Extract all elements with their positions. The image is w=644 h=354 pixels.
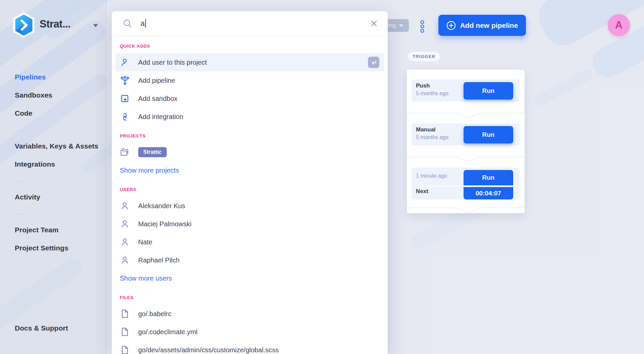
run-button[interactable]: Run — [464, 126, 513, 143]
text-caret — [145, 19, 146, 28]
pipeline-icon — [120, 76, 130, 85]
search-query-text: a — [141, 19, 145, 28]
add-new-pipeline-label: Add new pipeline — [460, 21, 518, 30]
section-header-quick-adds: QUICK ADDS — [120, 44, 388, 49]
result-user[interactable]: Aleksander Kus — [115, 197, 384, 215]
trigger-section-badge: TRIGGER — [408, 51, 440, 62]
result-add-pipeline[interactable]: Add pipeline — [115, 71, 384, 90]
person-icon — [120, 238, 130, 246]
project-name: Strat... — [40, 18, 70, 30]
person-icon — [120, 220, 130, 228]
result-add-integration[interactable]: Add integration — [115, 108, 384, 126]
trigger-last-run-time: 5 months ago — [416, 134, 448, 140]
sidebar: Strat... Pipelines Sandboxes Code Variab… — [0, 0, 107, 354]
user-name: Nate — [138, 238, 152, 246]
trigger-type: Manual — [416, 126, 436, 133]
trigger-type: Push — [416, 82, 430, 89]
user-name: Raphael Pilch — [138, 256, 179, 264]
sidebar-item-docs-support[interactable]: Docs & Support — [15, 324, 68, 332]
search-input[interactable]: a — [112, 11, 388, 36]
sidebar-item-project-team[interactable]: Project Team — [15, 226, 58, 234]
file-icon — [120, 345, 130, 354]
sidebar-item-sandboxes[interactable]: Sandboxes — [15, 91, 52, 99]
result-label: Add pipeline — [138, 77, 175, 84]
person-add-icon — [120, 58, 130, 67]
close-icon[interactable] — [370, 20, 378, 27]
sidebar-item-activity[interactable]: Activity — [15, 193, 40, 201]
run-button[interactable]: Run — [464, 170, 513, 185]
card-divider — [412, 186, 520, 186]
sidebar-item-project-settings[interactable]: Project Settings — [15, 244, 68, 252]
result-user[interactable]: Raphael Pilch — [115, 251, 384, 269]
trigger-last-run-time: 1 minute ago — [416, 173, 447, 179]
show-more-projects-link[interactable]: Show more projects — [112, 161, 388, 179]
global-search-modal: a QUICK ADDS Add user to this project — [112, 11, 388, 354]
sidebar-item-variables-keys-assets[interactable]: Variables, Keys & Assets — [15, 142, 98, 150]
section-header-users: USERS — [120, 187, 388, 192]
section-header-projects: PROJECTS — [120, 133, 388, 139]
folder-icon — [120, 148, 130, 157]
pipeline-trigger-panel: Push 5 months ago Run Manual 5 months ag… — [407, 70, 525, 213]
chevron-down-icon — [93, 24, 98, 27]
result-label: Add user to this project — [138, 59, 207, 66]
person-icon — [120, 256, 130, 264]
sidebar-item-pipelines[interactable]: Pipelines — [15, 73, 46, 81]
sidebar-item-integrations[interactable]: Integrations — [15, 160, 55, 168]
result-project-strattic[interactable]: Strattic — [115, 143, 384, 161]
plus-circle-icon — [446, 21, 456, 30]
file-icon — [120, 327, 130, 337]
run-button[interactable]: Run — [464, 82, 513, 100]
result-file[interactable]: go/.codeclimate.yml — [115, 323, 384, 341]
file-path: go/.babelrc — [138, 310, 171, 318]
enter-key-icon — [368, 57, 379, 68]
result-add-sandbox[interactable]: Add sandbox — [115, 90, 384, 108]
project-switcher[interactable]: Strat... — [12, 12, 99, 38]
project-badge[interactable]: Strattic — [138, 147, 167, 157]
flow-connector — [407, 154, 525, 162]
sandbox-icon — [120, 94, 130, 103]
search-icon — [122, 18, 132, 28]
file-path: go/.codeclimate.yml — [138, 328, 198, 336]
show-more-users-link[interactable]: Show more users — [112, 269, 388, 287]
sidebar-item-code[interactable]: Code — [15, 109, 33, 117]
more-menu-icon[interactable] — [420, 20, 425, 33]
sidebar-divider — [15, 181, 28, 182]
person-icon — [120, 201, 130, 210]
add-new-pipeline-button[interactable]: Add new pipeline — [438, 15, 526, 36]
sidebar-divider — [15, 130, 28, 131]
user-name: Aleksander Kus — [138, 202, 185, 210]
result-label: Add integration — [138, 113, 183, 121]
flow-connector — [407, 205, 525, 213]
user-avatar[interactable]: A — [608, 14, 630, 36]
file-icon — [120, 309, 130, 318]
result-add-user[interactable]: Add user to this project — [115, 53, 384, 71]
result-user[interactable]: Maciej Palmowski — [115, 215, 384, 233]
sidebar-divider — [15, 214, 28, 215]
integration-icon — [120, 112, 130, 121]
dropdown-label: ing — [388, 22, 396, 29]
trigger-next-label: Next — [416, 188, 428, 195]
result-label: Add sandbox — [138, 95, 177, 103]
section-header-files: FILES — [120, 295, 388, 300]
file-path: go/dev/assets/admin/css/customize/global… — [138, 346, 279, 354]
chevron-down-icon — [399, 24, 403, 27]
user-name: Maciej Palmowski — [138, 220, 192, 228]
result-user[interactable]: Nate — [115, 233, 384, 251]
flow-connector — [407, 110, 525, 118]
trigger-last-run-time: 5 months ago — [416, 91, 448, 97]
brand-logo-icon — [12, 12, 36, 38]
result-file[interactable]: go/.babelrc — [115, 305, 384, 323]
next-run-countdown: 00:04:07 — [464, 187, 513, 199]
result-file[interactable]: go/dev/assets/admin/css/customize/global… — [115, 341, 384, 354]
